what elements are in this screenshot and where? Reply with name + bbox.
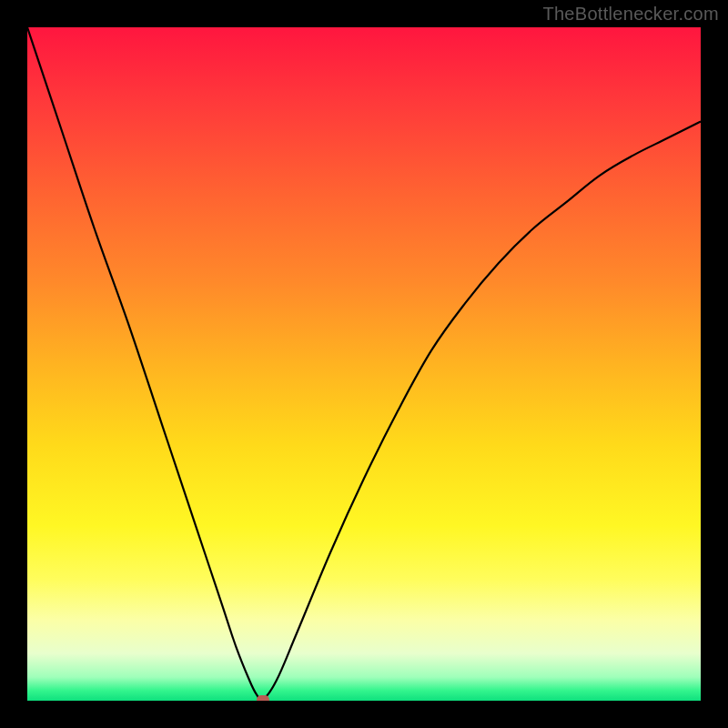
optimal-point-marker bbox=[257, 695, 269, 701]
watermark: TheBottlenecker.com bbox=[542, 4, 719, 25]
chart-frame bbox=[0, 0, 728, 728]
bottleneck-curve bbox=[27, 27, 701, 701]
plot-area bbox=[27, 27, 701, 701]
